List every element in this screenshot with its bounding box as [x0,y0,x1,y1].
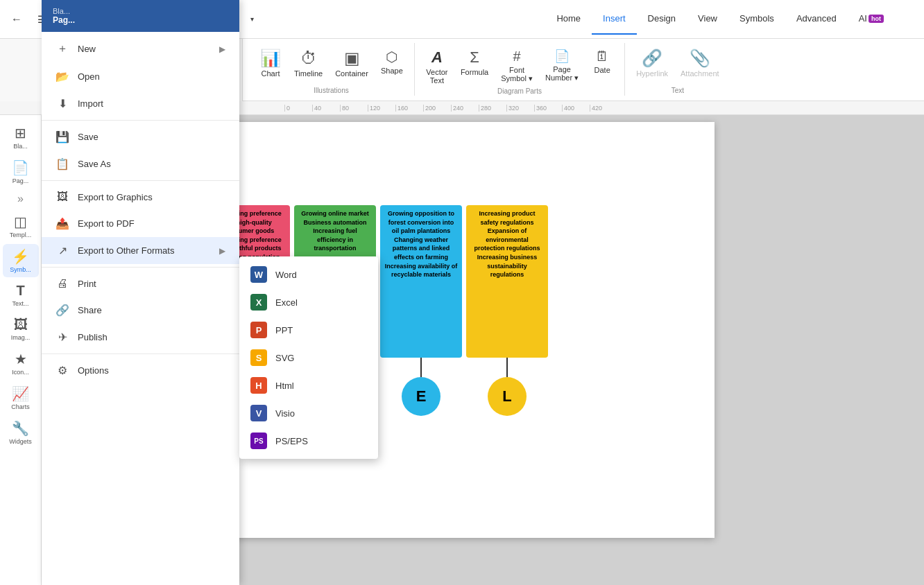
text-icon: T [16,283,24,299]
text-label: Text... [12,300,28,307]
illustrations-group-label: Illustrations [254,87,409,96]
svg-icon: S [250,349,267,366]
ribbon-group-text: 🔗 Hyperlink 📎 Attachment Text [625,43,730,96]
pseps-icon: PS [250,433,267,449]
file-menu-item-save[interactable]: 💾 Save [42,123,239,150]
ribbon-item-attachment[interactable]: 📎 Attachment [675,46,725,80]
ruler-tick-360: 360 [534,105,562,112]
tab-design[interactable]: Design [637,4,687,35]
sidebar-item-symbols[interactable]: ⚡ Symb... [3,244,39,277]
file-menu-item-save-as[interactable]: 📋 Save As [42,150,239,177]
export-other-label: Export to Other Formats [78,245,174,256]
tab-insert[interactable]: Insert [592,4,637,35]
file-menu-item-share[interactable]: 🔗 Share [42,297,239,324]
file-menu: Bla... Pag... ＋ New ▶ 📂 Open ⬇ Import [42,115,239,585]
save-as-label: Save As [78,159,111,169]
submenu-item-word[interactable]: W Word [239,261,378,288]
svg-label: SVG [275,353,294,363]
timeline-label: Timeline [294,69,323,78]
ribbon-item-font-symbol[interactable]: # FontSymbol ▾ [495,46,538,86]
export-graphics-label: Export to Graphics [78,192,153,202]
page-icon: 📄 [12,159,29,176]
ribbon-content: 📊 Chart ⏱ Timeline ▣ Container ⬡ Shape [243,39,924,96]
ribbon-diagram-items: A VectorText Σ Formula # FontSymbol ▾ 📄 … [420,43,619,87]
word-icon: W [250,266,267,283]
ribbon-group-diagram-parts: A VectorText Σ Formula # FontSymbol ▾ 📄 … [415,43,625,96]
submenu-item-excel[interactable]: X Excel [239,288,378,316]
ribbon-item-formula[interactable]: Σ Formula [455,46,494,79]
file-menu-sep-3 [42,267,239,268]
container-label: Container [335,69,368,78]
tab-advanced[interactable]: Advanced [785,4,848,35]
html-icon: H [250,377,267,394]
sidebar-item-page[interactable]: 📄 Pag... [3,155,39,189]
ruler-tick-160: 160 [395,105,423,112]
text-group-label: Text [631,87,725,96]
sidebar-item-charts[interactable]: 📈 Charts [3,381,39,414]
sidebar-item-text[interactable]: T Text... [3,279,39,311]
file-menu-items-list: ＋ New ▶ 📂 Open ⬇ Import 💾 Save [42,115,239,585]
pestel-col-l: Increasing product safety regulations Ex… [466,205,548,416]
tab-symbols[interactable]: Symbols [728,4,785,35]
share-label: Share [78,305,102,315]
save-label: Save [78,132,99,142]
export-other-icon: ↗ [55,244,69,257]
file-menu-item-options[interactable]: ⚙ Options [42,357,239,384]
ribbon-item-shape[interactable]: ⬡ Shape [375,46,409,78]
file-menu-item-export-pdf[interactable]: 📤 Export to PDF [42,210,239,237]
tab-view[interactable]: View [687,4,728,35]
ribbon-item-page-number[interactable]: 📄 PageNumber ▾ [540,46,584,85]
font-symbol-icon: # [513,49,521,64]
more-button[interactable]: ▾ [241,8,264,30]
attachment-icon: 📎 [690,49,710,68]
file-menu-item-publish[interactable]: ✈ Publish [42,324,239,351]
sidebar-item-images[interactable]: 🖼 Imag... [3,313,39,345]
export-other-submenu: W Word X Excel P PPT S SVG H Html V V [239,256,378,459]
ribbon-illustrations-items: 📊 Chart ⏱ Timeline ▣ Container ⬡ Shape [254,43,409,87]
tab-home[interactable]: Home [545,4,592,35]
ruler-tick-420: 420 [590,105,617,112]
ruler-tick-400: 400 [562,105,590,112]
file-menu-item-export-other[interactable]: ↗ Export to Other Formats ▶ [42,237,239,264]
file-menu-sep-4 [42,353,239,354]
connector-l [506,358,508,377]
sidebar-item-templates[interactable]: ◫ Templ... [3,209,39,243]
pestel-box-l: Increasing product safety regulations Ex… [466,205,548,358]
ruler-tick-320: 320 [506,105,534,112]
submenu-item-visio[interactable]: V Visio [239,399,378,427]
templates-icon: ◫ [14,213,27,230]
excel-label: Excel [275,297,298,308]
hyperlink-icon: 🔗 [642,49,662,68]
file-menu-item-print[interactable]: 🖨 Print [42,270,239,297]
sidebar-item-icons[interactable]: ★ Icon... [3,347,39,380]
tab-ai[interactable]: AIhot [848,4,895,35]
submenu-item-ppt[interactable]: P PPT [239,316,378,344]
visio-icon: V [250,405,267,421]
ribbon-item-date[interactable]: 🗓 Date [585,46,619,77]
word-label: Word [275,270,297,280]
file-menu-item-export-graphics[interactable]: 🖼 Export to Graphics [42,184,239,210]
ruler-tick-0: 0 [284,105,312,112]
images-icon: 🖼 [14,317,28,333]
ribbon-item-hyperlink[interactable]: 🔗 Hyperlink [631,46,674,80]
ai-hot-badge: hot [869,15,884,23]
expand-sidebar-button[interactable]: » [15,190,26,208]
sidebar-item-widgets[interactable]: 🔧 Widgets [3,416,39,449]
ruler-tick-80: 80 [340,105,368,112]
back-button[interactable]: ← [6,8,28,30]
submenu-item-html[interactable]: H Html [239,372,378,399]
sidebar-item-blank-page[interactable]: ⊞ Bla... [3,121,39,154]
submenu-item-pseps[interactable]: PS PS/EPS [239,427,378,455]
file-menu-item-import[interactable]: ⬇ Import [42,115,239,117]
ribbon-item-chart[interactable]: 📊 Chart [254,46,287,80]
ribbon-item-vector-text[interactable]: A VectorText [420,46,454,87]
submenu-item-svg[interactable]: S SVG [239,344,378,372]
nav-tabs-container: Home Insert Design View Symbols Advanced… [545,4,895,35]
ruler-tick-40: 40 [312,105,340,112]
container-icon: ▣ [344,49,360,68]
file-menu-sep-1 [42,120,239,121]
ppt-label: PPT [275,325,293,335]
charts-icon: 📈 [12,385,29,402]
ribbon-item-timeline[interactable]: ⏱ Timeline [289,46,328,80]
ribbon-item-container[interactable]: ▣ Container [330,46,374,80]
